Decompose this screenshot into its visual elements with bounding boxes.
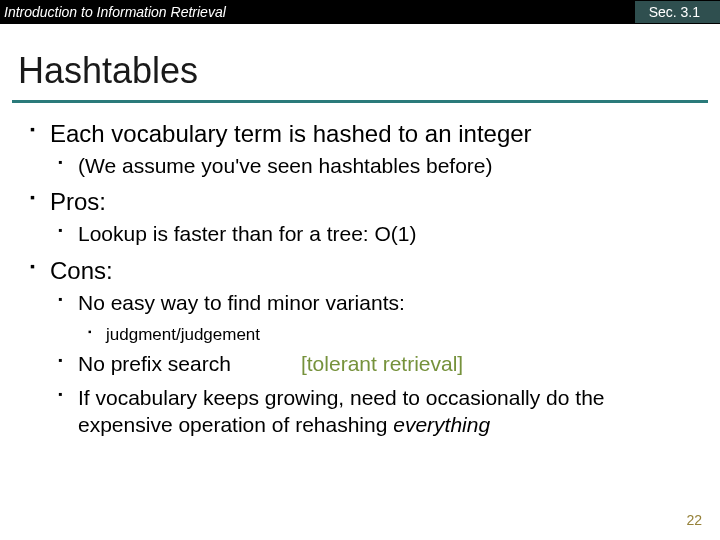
bullet-l2: If vocabulary keeps growing, need to occ…	[20, 385, 700, 438]
top-bar: Introduction to Information Retrieval Se…	[0, 0, 720, 24]
bullet-l1: Cons:	[20, 256, 700, 286]
title-rule	[12, 100, 708, 103]
bullet-l1: Pros:	[20, 187, 700, 217]
bullet-l1: Each vocabulary term is hashed to an int…	[20, 119, 700, 149]
section-badge: Sec. 3.1	[635, 1, 720, 23]
bullet-l2: (We assume you've seen hashtables before…	[20, 153, 700, 179]
top-bar-left: Introduction to Information Retrieval	[0, 4, 226, 20]
bullet-l2: Lookup is faster than for a tree: O(1)	[20, 221, 700, 247]
content: Each vocabulary term is hashed to an int…	[0, 119, 720, 438]
bracket-note: [tolerant retrieval]	[301, 352, 463, 375]
slide: Introduction to Information Retrieval Se…	[0, 0, 720, 540]
bullet-text: If vocabulary keeps growing, need to occ…	[78, 386, 605, 435]
bullet-l3: judgment/judgement	[20, 324, 700, 345]
bullet-l2: No prefix search [tolerant retrieval]	[20, 351, 700, 377]
page-number: 22	[686, 512, 702, 528]
bullet-l2: No easy way to find minor variants:	[20, 290, 700, 316]
bullet-text: No prefix search	[78, 352, 231, 375]
slide-title: Hashtables	[0, 24, 720, 100]
bullet-em: everything	[393, 413, 490, 436]
